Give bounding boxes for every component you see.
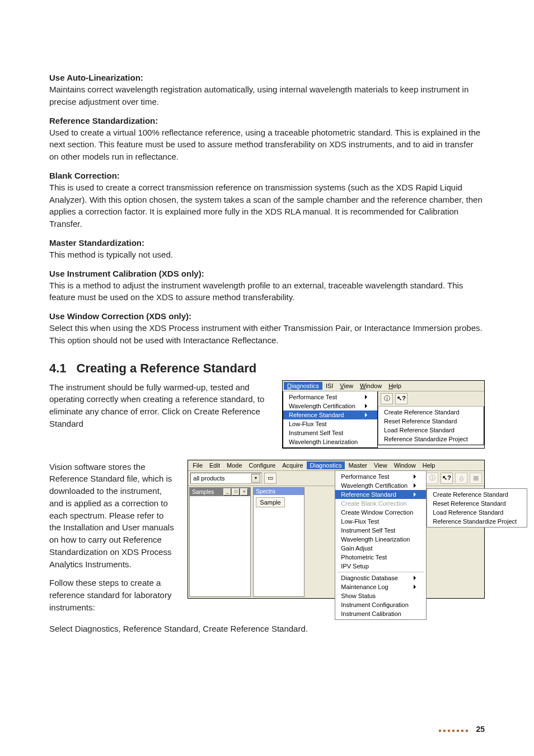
para-inst-cal: This is a method to adjust the instrumen… [49, 279, 485, 304]
menu-item[interactable]: Wavelength Certification [335, 481, 426, 490]
menu-item[interactable]: IPV Setup [335, 562, 426, 571]
diagnostics-dropdown: Performance TestWavelength Certification… [335, 470, 427, 620]
menubar: Diagnostics ISI View Window Help [283, 381, 484, 391]
menu-item[interactable]: Show Status [335, 591, 426, 600]
help-pointer-icon[interactable]: ↖? [395, 393, 407, 404]
menu-item[interactable]: View [371, 461, 391, 469]
product-combo[interactable]: all products ▾ [190, 473, 262, 484]
menu-item[interactable]: Performance Test [283, 393, 377, 402]
figure-app-window: FileEditModeConfigureAcquireDiagnosticsM… [188, 460, 485, 599]
diagnostics-dropdown: Performance TestWavelength Certification… [283, 391, 378, 448]
menu-item[interactable]: Wavelength Linearization [335, 535, 426, 544]
menu-help[interactable]: Help [385, 382, 405, 390]
menu-item[interactable]: Load Reference Standard [378, 426, 484, 435]
menu-item[interactable]: Instrument Self Test [335, 526, 426, 535]
menu-item[interactable]: Performance Test [335, 472, 426, 481]
menu-item[interactable]: Edit [206, 461, 223, 469]
heading-win-cor: Use Window Correction (XDS only): [49, 311, 485, 321]
reference-standard-submenu: Create Reference StandardReset Reference… [378, 407, 484, 445]
menu-item[interactable]: Create Window Correction [335, 508, 426, 517]
sample-button[interactable]: Sample [256, 497, 284, 507]
combo-dropdown-icon[interactable]: ▾ [251, 474, 260, 483]
menu-item[interactable]: File [189, 461, 206, 469]
open-icon[interactable]: ▭ [264, 473, 277, 484]
menu-item[interactable]: Reset Reference Standard [378, 417, 484, 426]
menu-item: Create Blank Correction [335, 499, 426, 508]
close-icon[interactable]: × [240, 488, 248, 496]
menu-item[interactable]: Create Reference Standard [427, 490, 527, 499]
menu-item[interactable]: Reference Standardize Project [427, 517, 527, 526]
menu-separator [338, 572, 424, 572]
heading-blank: Blank Correction: [49, 171, 485, 180]
menubar: FileEditModeConfigureAcquireDiagnosticsM… [188, 460, 484, 471]
menu-item[interactable]: Instrument Calibration [335, 609, 426, 618]
section-number: 4.1 [49, 361, 67, 376]
menu-item[interactable]: Instrument Self Test [283, 428, 377, 437]
menu-item[interactable]: Master [345, 461, 371, 469]
menu-item[interactable]: Reference Standard [335, 490, 426, 499]
menu-item[interactable]: Diagnostic Database [335, 573, 426, 582]
menu-item[interactable]: Gain Adjust [335, 544, 426, 553]
section-heading-text: Creating a Reference Standard [77, 361, 257, 376]
section-title: 4.1 Creating a Reference Standard [49, 361, 485, 376]
menu-item[interactable]: Acquire [279, 461, 306, 469]
page-number: 25 [476, 725, 485, 734]
menu-item[interactable]: Load Reference Standard [427, 508, 527, 517]
minimize-icon[interactable]: _ [223, 488, 231, 496]
reference-standard-submenu: Create Reference StandardReset Reference… [427, 488, 527, 528]
menu-item[interactable]: Instrument Configuration [335, 600, 426, 609]
menu-item[interactable]: Reference Standardize Project [378, 435, 484, 444]
para-auto-lin: Maintains correct wavelength registratio… [49, 83, 485, 108]
document-page: Use Auto-Linearization: Maintains correc… [0, 0, 534, 756]
menu-view[interactable]: View [336, 382, 357, 390]
menu-item[interactable]: Low-Flux Test [335, 517, 426, 526]
menu-item[interactable]: Photometric Test [335, 553, 426, 562]
para-41c: Follow these steps to create a reference… [49, 577, 176, 613]
menu-item[interactable]: Wavelength Certification [283, 402, 377, 410]
heading-ref-std: Reference Standardization: [49, 116, 485, 125]
menu-item[interactable]: Diagnostics [307, 461, 345, 469]
menu-isi[interactable]: ISI [322, 382, 336, 390]
para-41a: The instrument should be fully warmed-up… [49, 381, 271, 430]
para-master: This method is typically not used. [49, 249, 485, 261]
pane-spectra-title: Spectra [254, 488, 304, 495]
figure-menu-small: Diagnostics ISI View Window Help Perform… [282, 380, 485, 449]
heading-auto-lin: Use Auto-Linearization: [49, 73, 485, 82]
heading-master: Master Standardization: [49, 238, 485, 248]
menu-window[interactable]: Window [357, 382, 385, 390]
menu-item[interactable]: Low-Flux Test [283, 419, 377, 428]
menu-item[interactable]: Wavelength Linearization [283, 437, 377, 446]
para-blank: This is used to create a correct transmi… [49, 181, 485, 230]
para-ref-std: Used to create a virtual 100% reflectanc… [49, 127, 485, 163]
menu-item[interactable]: Help [419, 461, 439, 469]
combo-value: all products [193, 475, 224, 482]
menu-item[interactable]: Maintenance Log [335, 582, 426, 591]
footer-dots-icon [439, 725, 470, 734]
menu-diagnostics[interactable]: Diagnostics [284, 382, 322, 390]
pane-samples-title: Samples _ □ × [190, 488, 250, 496]
para-41d: Select Diagnostics, Reference Standard, … [49, 623, 485, 635]
menu-item[interactable]: Create Reference Standard [378, 408, 484, 417]
menu-item[interactable]: Reference Standard [283, 410, 377, 419]
info-icon[interactable]: ⓘ [381, 393, 393, 404]
menu-item[interactable]: Configure [246, 461, 279, 469]
heading-inst-cal: Use Instrument Calibration (XDS only): [49, 269, 485, 278]
para-win-cor: Select this when using the XDS Process i… [49, 322, 485, 347]
menu-item[interactable]: Window [391, 461, 419, 469]
maximize-icon[interactable]: □ [232, 488, 240, 496]
menu-item[interactable]: Reset Reference Standard [427, 499, 527, 508]
page-footer: 25 [439, 725, 485, 734]
menu-item[interactable]: Mode [223, 461, 246, 469]
para-41b: Vision software stores the Reference Sta… [49, 461, 176, 571]
